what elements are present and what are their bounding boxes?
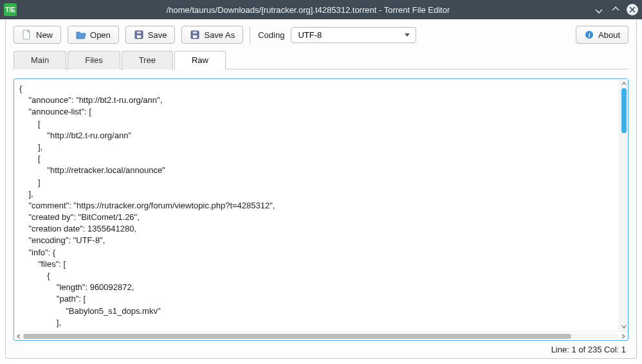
maximize-button[interactable] [610, 4, 621, 15]
scroll-left-icon[interactable] [14, 332, 23, 340]
raw-editor-frame: { "announce": "http://bt2.t-ru.org/ann",… [14, 78, 628, 341]
scroll-up-icon[interactable] [619, 79, 628, 88]
close-button[interactable] [627, 4, 638, 15]
tab-bar: Main Files Tree Raw [14, 50, 628, 69]
info-icon: i [584, 30, 594, 40]
open-button-label: Open [90, 30, 111, 40]
svg-rect-2 [137, 35, 141, 38]
scroll-down-icon[interactable] [619, 322, 628, 331]
window-controls [593, 4, 638, 15]
save-button-label: Save [148, 30, 167, 40]
horizontal-scrollbar[interactable] [14, 331, 628, 340]
tab-tree[interactable]: Tree [122, 51, 173, 69]
vertical-scrollbar[interactable] [619, 79, 628, 331]
about-button[interactable]: i About [576, 26, 628, 44]
toolbar-separator [250, 26, 250, 43]
open-button[interactable]: Open [68, 26, 119, 44]
raw-text-editor[interactable]: { "announce": "http://bt2.t-ru.org/ann",… [14, 79, 619, 331]
new-file-icon [22, 30, 32, 40]
open-folder-icon [76, 30, 86, 40]
title-bar: T/E /home/taurus/Downloads/[rutracker.or… [0, 0, 642, 19]
new-button-label: New [36, 30, 53, 40]
save-as-floppy-icon [190, 30, 200, 40]
status-bar: Line: 1 of 235 Col: 1 [14, 341, 628, 358]
app-icon: T/E [4, 3, 17, 16]
about-button-label: About [598, 30, 620, 40]
new-button[interactable]: New [14, 26, 61, 44]
toolbar: New Open Save Save As Codin [14, 24, 628, 50]
window-title: /home/taurus/Downloads/[rutracker.org].t… [23, 5, 593, 15]
minimize-button[interactable] [593, 4, 605, 15]
save-floppy-icon [134, 30, 144, 40]
coding-select[interactable]: UTF-8 [291, 27, 416, 43]
save-button[interactable]: Save [125, 26, 176, 44]
vertical-scroll-thumb[interactable] [621, 88, 627, 133]
svg-text:i: i [589, 32, 591, 39]
horizontal-scroll-thumb[interactable] [23, 334, 571, 339]
save-as-button-label: Save As [204, 30, 235, 40]
svg-rect-5 [193, 35, 197, 38]
tab-raw[interactable]: Raw [174, 51, 226, 69]
scroll-right-icon[interactable] [619, 332, 628, 340]
tab-files[interactable]: Files [68, 51, 120, 69]
save-as-button[interactable]: Save As [181, 26, 243, 44]
svg-rect-6 [193, 32, 197, 33]
coding-label: Coding [258, 30, 284, 40]
svg-rect-3 [137, 32, 141, 33]
tab-main[interactable]: Main [14, 51, 66, 69]
